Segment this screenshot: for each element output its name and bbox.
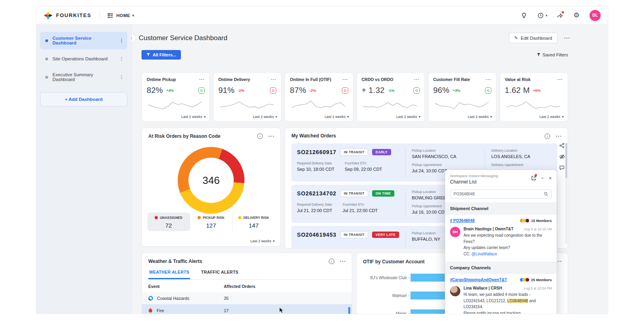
sidebar-item-label: Site Operations Dashboard	[52, 56, 108, 61]
kpi-sparkline	[433, 97, 491, 111]
chevron-down-icon: ▾	[419, 115, 421, 119]
weather-traffic-alerts-panel: Weather & Traffic Alerts i ··· WEATHER A…	[142, 253, 352, 314]
status-badge: VERY LATE	[372, 232, 399, 238]
chevron-down-icon: ▾	[204, 115, 206, 119]
info-icon[interactable]: i	[545, 133, 550, 139]
alert-row-fire[interactable]: Fire 17	[142, 304, 352, 314]
kebab-menu-icon[interactable]: ⋮	[119, 56, 124, 62]
legend-item-delivery-risk[interactable]: DELIVERY RISK 147	[232, 212, 275, 231]
order-id[interactable]: SO204619453	[297, 232, 336, 238]
kpi-card-otif: Ontime In Full (OTIF)··· 87%-2% Last 2 w…	[285, 72, 353, 122]
minimize-icon[interactable]: −	[541, 176, 544, 180]
shipment-channel-link[interactable]: # PO3648048	[450, 218, 475, 223]
kebab-menu-icon[interactable]: ···	[271, 77, 276, 82]
apps-grid-icon[interactable]	[108, 13, 113, 18]
eye-off-icon[interactable]	[559, 154, 565, 159]
order-id[interactable]: SO212660917	[297, 149, 336, 155]
scrollbar-thumb[interactable]	[348, 307, 350, 314]
message-author[interactable]: Lina Wallace | CRSH	[464, 286, 502, 290]
sidebar-item-executive-summary-dashboard[interactable]: Executive Summary Dashboard ⋮	[40, 68, 127, 86]
period-selector[interactable]: Last 2 weeks▾	[539, 115, 564, 119]
alert-row-coastal-hazards[interactable]: Coastal Hazards 35	[142, 292, 352, 304]
tab-traffic-alerts[interactable]: TRAFFIC ALERTS	[200, 270, 239, 279]
members-count: 15 Members	[531, 219, 552, 223]
home-menu[interactable]: HOME ▾	[116, 13, 134, 18]
settings-gear-icon[interactable]: ⚙	[573, 12, 580, 19]
period-selector[interactable]: Last 2 weeks▾	[250, 239, 275, 243]
sidebar-item-customer-service-dashboard[interactable]: Customer Service Dashboard ⋮	[40, 32, 127, 49]
comment-icon[interactable]	[559, 165, 564, 170]
message-author[interactable]: Brain Hastings | OwenT&T	[464, 227, 514, 231]
kebab-menu-icon[interactable]: ···	[414, 77, 420, 82]
period-selector[interactable]: Last 2 weeks▾	[468, 115, 492, 119]
field-label: Delivery Appointment	[491, 163, 552, 167]
period-selector[interactable]: Last 2 weeks▾	[253, 115, 277, 119]
fourkites-logo[interactable]: FOURKITES	[43, 11, 91, 20]
chevron-down-icon: ▾	[490, 115, 492, 119]
kebab-menu-icon[interactable]: ···	[343, 77, 348, 82]
alerts-tabs: WEATHER ALERTS TRAFFIC ALERTS	[148, 270, 352, 280]
share-icon[interactable]	[559, 143, 564, 148]
kebab-menu-icon[interactable]: ···	[557, 77, 563, 82]
order-id[interactable]: SO262134702	[297, 190, 336, 197]
kpi-value: 87%	[290, 86, 306, 95]
add-dashboard-button[interactable]: + Add Dashboard	[40, 92, 127, 106]
kebab-menu-icon[interactable]: ···	[340, 258, 346, 264]
page-kebab-menu-icon[interactable]: ···	[564, 35, 570, 41]
kpi-title: Value at Risk	[505, 77, 531, 82]
legend-item-pickup-risk[interactable]: PICKUP RISK 127	[190, 212, 232, 231]
idea-lightbulb-icon[interactable]	[520, 12, 528, 19]
period-selector[interactable]: Last 2 weeks▾	[324, 115, 349, 119]
coastal-hazard-icon	[147, 295, 154, 302]
edit-dashboard-label: Edit Dashboard	[521, 36, 552, 41]
edit-dashboard-button[interactable]: ✎ Edit Dashboard	[509, 33, 558, 43]
all-filters-button[interactable]: All Filters...	[142, 50, 181, 60]
fourkites-pinwheel-icon	[43, 11, 53, 20]
donut-legend: UNASSIGNED 72 PICKUP RISK 127 DELIVERY R…	[147, 212, 275, 231]
scrollbar-thumb[interactable]	[565, 143, 567, 178]
status-badge: ON TIME	[372, 190, 394, 197]
company-channel-link[interactable]: #CargoShippingAndOwenT&T	[450, 278, 507, 282]
info-icon[interactable]: i	[257, 133, 263, 139]
affected-orders-count: 35	[224, 296, 229, 301]
sidebar-collapse-button[interactable]: ‹	[132, 33, 136, 42]
kebab-menu-icon[interactable]: ···	[556, 133, 562, 139]
kpi-card-ontime-pickup: Ontime Pickup··· 82%+4% Last 2 weeks▾	[142, 72, 210, 122]
message: Lina Wallace | CRSH Aug 5 at 10:54 PM Hi…	[445, 284, 557, 314]
panel-scrollbar[interactable]	[565, 142, 567, 244]
sentiment-icon	[485, 87, 491, 94]
field-label: Required Delivery Date	[297, 203, 332, 207]
info-icon[interactable]: i	[329, 259, 334, 264]
mention-link[interactable]: @LinaWallace	[471, 252, 497, 256]
message-text: Are we expecting road congestion due to …	[464, 232, 552, 257]
saved-filters-button[interactable]: Saved Filters	[537, 52, 568, 57]
field-label: FourKites ETA	[343, 203, 378, 207]
column-header-event: Event	[148, 284, 224, 289]
open-external-icon[interactable]	[531, 175, 536, 182]
legend-item-unassigned[interactable]: UNASSIGNED 72	[147, 212, 190, 231]
kebab-menu-icon[interactable]: ···	[199, 77, 205, 82]
kpi-card-value-at-risk: Value at Risk··· 1.62 M+6% Last 2 weeks▾	[500, 72, 568, 122]
message-time: Aug 6 at 10:15 AM	[522, 227, 552, 231]
field-label: FourKites ETA	[345, 161, 382, 165]
channel-search	[450, 189, 552, 199]
history-clock-icon[interactable]: ▾	[537, 12, 544, 19]
sidebar-item-site-operations-dashboard[interactable]: Site Operations Dashboard ⋮	[40, 52, 127, 66]
kebab-menu-icon[interactable]: ···	[268, 133, 275, 139]
share-feedback-icon[interactable]	[556, 12, 563, 19]
tab-weather-alerts[interactable]: WEATHER ALERTS	[148, 270, 190, 279]
period-selector[interactable]: Last 2 weeks▾	[181, 115, 206, 119]
legend-value: 72	[148, 222, 189, 229]
period-selector[interactable]: Last 2 weeks▾	[396, 115, 421, 119]
kebab-menu-icon[interactable]: ⋮	[119, 74, 124, 80]
kebab-menu-icon[interactable]: ···	[486, 77, 491, 82]
panel-title: My Watched Orders	[291, 133, 568, 139]
dot-icon	[45, 58, 48, 60]
channel-search-input[interactable]	[454, 192, 544, 196]
user-avatar[interactable]: DL	[590, 10, 601, 21]
kpi-title: Ontime Pickup	[147, 77, 176, 82]
kpi-value: 82%	[147, 86, 163, 95]
field-value: SAN FRANCISCO, CA	[412, 154, 485, 159]
close-icon[interactable]: ×	[549, 176, 552, 180]
kebab-menu-icon[interactable]: ⋮	[119, 38, 124, 43]
